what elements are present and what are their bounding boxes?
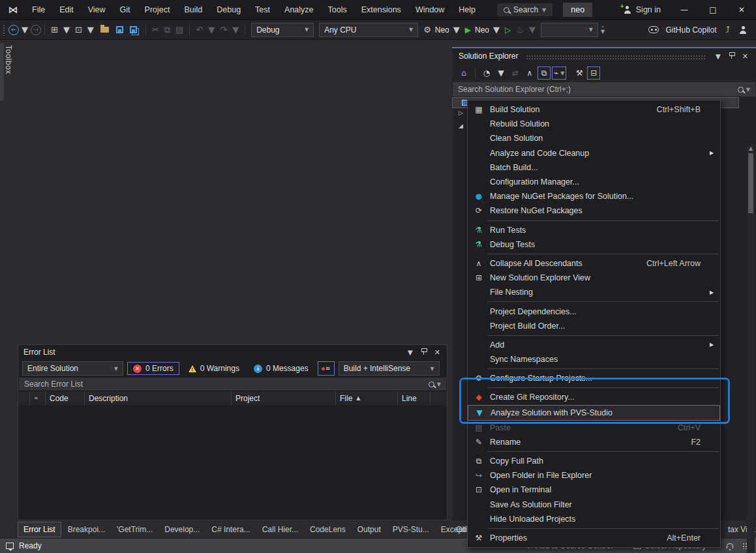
menu-analyze[interactable]: Analyze: [277, 0, 320, 20]
background-tasks-icon[interactable]: [6, 543, 14, 549]
scroll-up-icon[interactable]: ▲: [747, 145, 755, 151]
sign-in-button[interactable]: + Sign in: [614, 5, 670, 14]
tab-output[interactable]: Output: [352, 522, 386, 537]
context-item-build-solution[interactable]: ▦Build SolutionCtrl+Shift+B: [468, 102, 720, 117]
hot-reload-dropdown-icon[interactable]: ▼: [526, 25, 538, 35]
properties-wrench-icon[interactable]: ⚒: [573, 67, 586, 80]
tab-gettrim[interactable]: 'GetTrim...: [112, 522, 158, 537]
start-debugging-label[interactable]: Neo: [474, 25, 491, 35]
notifications-bell-icon[interactable]: [727, 543, 733, 548]
context-item-save-as-solution-filter[interactable]: Save As Solution Filter: [468, 498, 720, 512]
column-description[interactable]: Description: [85, 391, 232, 405]
undo-dropdown-icon[interactable]: ▼: [205, 25, 217, 35]
share-icon[interactable]: ⤴: [723, 25, 733, 35]
unnamed-dropdown[interactable]: ▼: [541, 23, 598, 37]
column-severity[interactable]: [18, 391, 30, 405]
tab-breakpoi[interactable]: Breakpoi...: [63, 522, 110, 537]
pending-changes-filter-icon[interactable]: ◔: [480, 67, 493, 80]
start-without-debugging-icon[interactable]: ▷: [502, 25, 513, 35]
toolbar-overflow-button[interactable]: ''▼: [601, 26, 605, 34]
column-line[interactable]: Line: [398, 391, 431, 405]
context-item-file-nesting[interactable]: File Nesting▶: [468, 285, 720, 299]
context-item-open-in-terminal[interactable]: ⊡Open in Terminal: [468, 483, 720, 497]
messages-toggle-button[interactable]: 0 Messages: [249, 363, 314, 374]
context-item-clean-solution[interactable]: Clean Solution: [468, 131, 720, 145]
context-item-rebuild-solution[interactable]: Rebuild Solution: [468, 117, 720, 131]
context-item-open-folder-in-file-explorer[interactable]: ↪Open Folder in File Explorer: [468, 468, 720, 483]
error-list-grid[interactable]: [18, 405, 447, 505]
context-item-properties[interactable]: ⚒PropertiesAlt+Enter: [468, 531, 720, 545]
save-button[interactable]: [116, 26, 123, 33]
toolbox-tab[interactable]: Toolbox: [4, 45, 13, 74]
menu-git[interactable]: Git: [113, 0, 138, 20]
context-item-collapse-all-descendants[interactable]: ∧Collapse All DescendantsCtrl+Left Arrow: [468, 256, 720, 271]
error-list-titlebar[interactable]: Error List ▼ ✕: [18, 345, 447, 359]
search-control[interactable]: Search ▼: [497, 3, 552, 16]
menu-debug[interactable]: Debug: [209, 0, 248, 20]
column-flag[interactable]: ≡: [30, 391, 46, 405]
context-item-analyze-solution-with-pvs-studio[interactable]: ▼Analyze Solution with PVS-Studio: [468, 405, 720, 421]
tab-c-intera[interactable]: C# Intera...: [206, 522, 255, 537]
sync-with-active-document-icon[interactable]: ⇄: [509, 67, 522, 80]
tab-pvs-stu[interactable]: PVS-Stu...: [387, 522, 434, 537]
solution-explorer-titlebar[interactable]: Solution Explorer ▼ ✕: [452, 48, 756, 64]
solution-configurations-dropdown[interactable]: Debug ▼: [251, 23, 314, 37]
context-item-configure-startup-projects[interactable]: ⚙Configure Startup Projects...: [468, 371, 720, 385]
context-item-project-build-order[interactable]: Project Build Order...: [468, 319, 720, 333]
menu-file[interactable]: File: [25, 0, 52, 20]
context-item-rename[interactable]: ✎RenameF2: [468, 435, 720, 449]
window-position-dropdown-icon[interactable]: ▼: [712, 53, 725, 60]
copy-button[interactable]: ⧉: [162, 25, 173, 35]
context-item-restore-nuget-packages[interactable]: ⟳Restore NuGet Packages: [468, 203, 720, 218]
window-position-dropdown-icon[interactable]: ▼: [404, 349, 417, 356]
new-item-button[interactable]: ⊡: [72, 25, 85, 35]
start-debugging-icon[interactable]: ▶: [462, 25, 474, 35]
context-item-run-tests[interactable]: ⚗Run Tests: [468, 223, 720, 237]
toolbar-grip[interactable]: [3, 24, 5, 36]
solution-platforms-dropdown[interactable]: Any CPU ▼: [319, 23, 418, 37]
startup-profile-dropdown-icon[interactable]: ▼: [451, 25, 462, 35]
error-scope-dropdown[interactable]: Entire Solution ▼: [22, 361, 123, 376]
error-source-dropdown[interactable]: Build + IntelliSense ▼: [339, 361, 440, 376]
close-button[interactable]: ✕: [727, 0, 756, 20]
menu-tools[interactable]: Tools: [321, 0, 354, 20]
cut-button[interactable]: ✂: [149, 25, 162, 35]
switch-views-icon[interactable]: ⌂: [457, 67, 470, 80]
navigate-back-button[interactable]: ←: [8, 25, 19, 35]
collapse-all-icon[interactable]: ∧: [523, 67, 536, 80]
startup-profile-gear-icon[interactable]: ⚙: [421, 25, 434, 35]
context-item-copy-full-path[interactable]: ⧉Copy Full Path: [468, 454, 720, 468]
menu-help[interactable]: Help: [451, 0, 483, 20]
menu-test[interactable]: Test: [248, 0, 277, 20]
context-item-analyze-and-code-cleanup[interactable]: Analyze and Code Cleanup▶: [468, 146, 720, 160]
menu-build[interactable]: Build: [177, 0, 209, 20]
error-list-search[interactable]: Search Error List ▼: [19, 378, 446, 391]
close-icon[interactable]: ✕: [431, 348, 444, 357]
column-file[interactable]: File ▲: [336, 391, 398, 405]
filter-button[interactable]: ≡: [318, 361, 335, 376]
context-item-create-git-repository[interactable]: ◆Create Git Repository...: [468, 390, 720, 404]
solution-explorer-search[interactable]: Search Solution Explorer (Ctrl+;) ▼: [453, 82, 755, 97]
column-code[interactable]: Code: [46, 391, 85, 405]
github-copilot-label[interactable]: GitHub Copilot: [665, 25, 716, 35]
tab-develop[interactable]: Develop...: [159, 522, 205, 537]
context-item-project-dependencies[interactable]: Project Dependencies...: [468, 304, 720, 318]
warnings-toggle-button[interactable]: 0 Warnings: [183, 363, 245, 374]
context-item-hide-unloaded-projects[interactable]: Hide Unloaded Projects: [468, 512, 720, 526]
new-project-button[interactable]: ⊞: [48, 25, 61, 35]
redo-dropdown-icon[interactable]: ▼: [230, 25, 241, 35]
show-all-files-icon[interactable]: ⊟: [587, 67, 600, 80]
context-item-sync-namespaces[interactable]: Sync Namespaces: [468, 352, 720, 366]
paste-button[interactable]: ▤: [173, 25, 186, 35]
tab-error-list[interactable]: Error List: [18, 522, 61, 537]
open-file-button[interactable]: [100, 27, 109, 33]
tab-call-hier[interactable]: Call Hier...: [257, 522, 303, 537]
hot-reload-icon[interactable]: ♨: [513, 25, 526, 35]
minimize-button[interactable]: —: [670, 0, 699, 20]
context-item-batch-build[interactable]: Batch Build...: [468, 160, 720, 175]
navigate-forward-button[interactable]: →: [31, 25, 41, 35]
errors-toggle-button[interactable]: 0 Errors: [127, 362, 179, 375]
save-all-button[interactable]: [130, 26, 137, 33]
context-item-manage-nuget-packages-for-solution[interactable]: ●Manage NuGet Packages for Solution...: [468, 189, 720, 203]
start-debugging-dropdown-icon[interactable]: ▼: [491, 25, 502, 35]
